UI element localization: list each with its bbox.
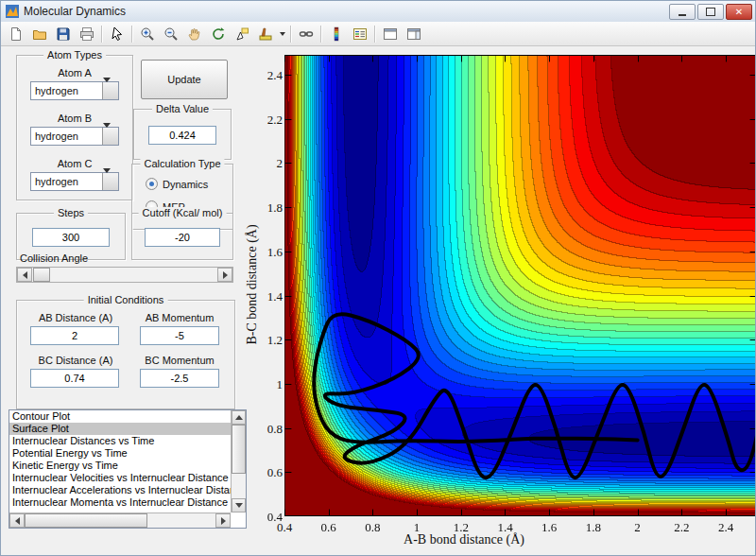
arrow-left-icon [15, 517, 20, 525]
zoom-in-button[interactable] [135, 23, 159, 45]
slider-right-button[interactable] [217, 268, 232, 282]
data-cursor-button[interactable] [230, 23, 253, 45]
chevron-down-icon [103, 78, 111, 98]
y-tick-label: 1 [256, 377, 283, 392]
plot-type-listbox[interactable]: Contour PlotSurface PlotInternuclear Dis… [9, 409, 247, 529]
y-tick-label: 1.2 [256, 333, 283, 348]
collision-angle-slider[interactable] [16, 267, 233, 283]
zoom-out-icon [163, 26, 179, 42]
cutoff-panel: Cutoff (Kcal/ mol) [131, 213, 233, 260]
steps-input[interactable] [32, 228, 110, 247]
close-button[interactable]: ✕ [726, 4, 752, 20]
brush-button[interactable] [253, 23, 277, 45]
cutoff-input[interactable] [145, 228, 220, 247]
atom-a-dropdown[interactable]: hydrogen [30, 81, 119, 100]
pan-button[interactable] [182, 23, 206, 45]
scroll-down-button[interactable] [232, 498, 246, 513]
save-figure-button[interactable] [51, 23, 75, 45]
bc-distance-label: BC Distance (A) [25, 355, 127, 366]
delta-value-title: Delta Value [152, 103, 213, 114]
horizontal-scroll-thumb[interactable] [25, 513, 147, 528]
bc-distance-input[interactable] [30, 369, 119, 388]
title-bar[interactable]: Molecular Dynamics ✕ [1, 1, 755, 23]
atom-b-dropdown[interactable]: hydrogen [30, 127, 119, 146]
dropdown-arrow-button[interactable] [102, 128, 118, 145]
x-tick-label: 1.4 [490, 520, 522, 535]
arrow-down-icon [235, 503, 243, 508]
arrow-right-icon [221, 517, 226, 525]
insert-legend-icon [352, 26, 368, 42]
brush-icon [258, 26, 273, 42]
open-file-icon [32, 26, 47, 42]
list-item[interactable]: Internuclear Momenta vs Internuclear Dis… [9, 496, 231, 509]
slider-thumb[interactable] [33, 268, 50, 282]
bc-momentum-input[interactable] [140, 369, 219, 388]
update-button[interactable]: Update [141, 60, 228, 99]
scroll-right-button[interactable] [215, 513, 231, 528]
chevron-down-icon [103, 168, 111, 189]
atom-types-title: Atom Types [43, 49, 106, 61]
arrow-right-icon [223, 271, 228, 279]
insert-colorbar-icon [329, 26, 344, 42]
atom-c-dropdown[interactable]: hydrogen [30, 172, 119, 191]
list-item[interactable]: Surface Plot [9, 423, 231, 435]
plot-type-list: Contour PlotSurface PlotInternuclear Dis… [9, 410, 231, 513]
link-plots-icon [299, 26, 314, 42]
new-figure-button[interactable] [4, 23, 27, 45]
list-item[interactable]: Internuclear Distances vs Time [9, 435, 231, 447]
list-item[interactable]: Kinetic Energy vs Time [9, 460, 231, 472]
list-item[interactable]: Internuclear Accelerations vs Internucle… [9, 484, 231, 496]
toolbar-separator [131, 26, 132, 43]
dropdown-arrow-button[interactable] [102, 173, 118, 190]
dropdown-arrow-button[interactable] [102, 82, 118, 99]
vertical-scroll-thumb[interactable] [232, 425, 246, 474]
scroll-up-button[interactable] [232, 410, 246, 425]
rotate-3d-button[interactable] [206, 23, 230, 45]
pes-contour-plot[interactable] [284, 55, 756, 516]
listbox-vertical-scrollbar[interactable] [231, 410, 246, 513]
data-cursor-icon [234, 26, 249, 42]
figure-toolbar [1, 22, 755, 46]
y-tick-label: 0.8 [256, 422, 283, 437]
list-item[interactable]: Potential Energy vs Time [9, 447, 231, 460]
brush-dropdown-button[interactable] [277, 24, 287, 44]
y-tick-label: 1.4 [256, 289, 283, 304]
listbox-horizontal-scrollbar[interactable] [9, 513, 231, 528]
insert-legend-button[interactable] [348, 23, 371, 45]
print-figure-icon [79, 26, 94, 42]
delta-value-panel: Delta Value [133, 109, 232, 160]
arrow-left-icon [23, 271, 27, 279]
ab-momentum-input[interactable] [140, 326, 219, 345]
edit-plot-icon [110, 26, 125, 42]
window-title: Molecular Dynamics [24, 5, 126, 18]
y-axis-label: B-C bond distance (Å) [245, 224, 260, 344]
x-tick-label: 1.6 [533, 520, 565, 535]
scroll-left-button[interactable] [9, 513, 25, 528]
slider-left-button[interactable] [17, 268, 32, 282]
close-icon: ✕ [735, 8, 743, 17]
maximize-button[interactable] [697, 4, 724, 20]
steps-title: Steps [54, 207, 88, 218]
zoom-out-button[interactable] [159, 23, 182, 45]
show-plot-tools-button[interactable] [402, 23, 425, 45]
minimize-button[interactable] [669, 4, 696, 20]
pan-hand-icon [187, 26, 202, 42]
list-item[interactable]: Internuclear Velocities vs Internuclear … [9, 472, 231, 484]
y-tick-label: 0.6 [256, 465, 283, 480]
delta-value-input[interactable] [148, 126, 216, 145]
initial-conditions-panel: Initial Conditions AB Distance (A) AB Mo… [16, 300, 235, 409]
toolbar-separator [374, 26, 375, 43]
ab-distance-input[interactable] [30, 326, 119, 345]
print-figure-button[interactable] [75, 23, 98, 45]
link-plots-button[interactable] [294, 23, 318, 45]
minimize-icon [679, 14, 686, 16]
insert-colorbar-button[interactable] [324, 23, 348, 45]
hide-plot-tools-button[interactable] [378, 23, 402, 45]
toolbar-separator [320, 26, 321, 43]
list-item[interactable]: Contour Plot [9, 410, 231, 423]
y-tick-label: 1.6 [256, 245, 283, 260]
x-tick-label: 1 [401, 520, 433, 535]
radio-dynamics[interactable]: Dynamics [146, 178, 208, 190]
edit-plot-button[interactable] [105, 23, 129, 45]
open-file-button[interactable] [27, 23, 51, 45]
